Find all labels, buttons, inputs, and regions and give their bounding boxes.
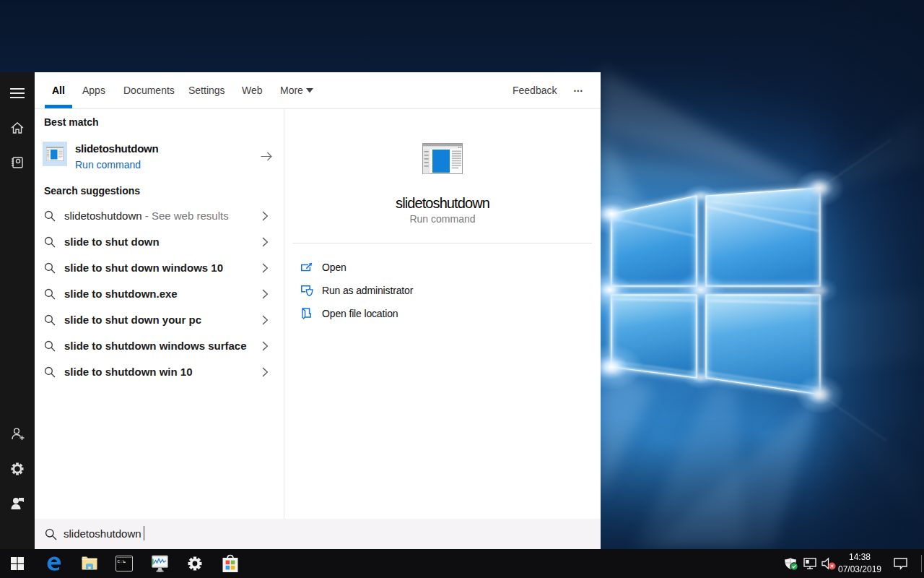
svg-text:C:\: C:\ (118, 559, 126, 564)
